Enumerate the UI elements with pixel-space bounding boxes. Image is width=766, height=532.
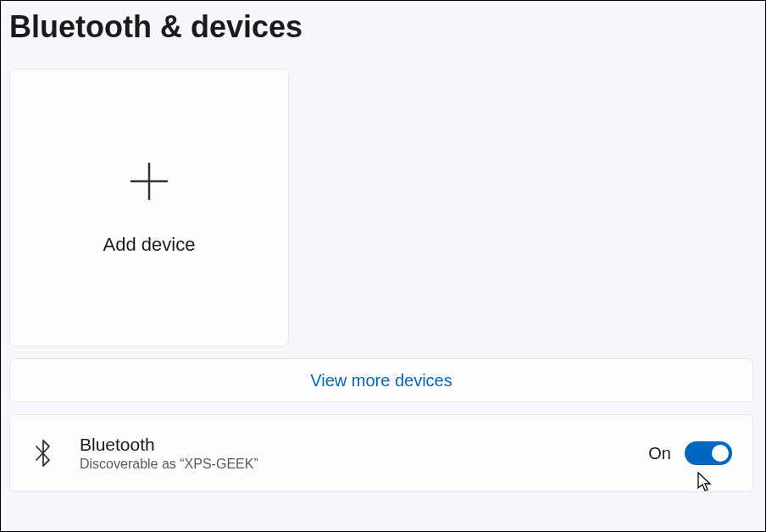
bluetooth-text: Bluetooth Discoverable as “XPS-GEEK” [80,435,258,472]
bluetooth-toggle-group: On [648,441,732,465]
bluetooth-row: Bluetooth Discoverable as “XPS-GEEK” On [9,414,753,492]
bluetooth-icon [31,435,56,472]
cursor-icon [697,471,713,496]
add-device-card[interactable]: Add device [9,69,289,346]
bluetooth-title: Bluetooth [80,435,258,455]
page-title: Bluetooth & devices [9,9,757,45]
add-device-label: Add device [103,234,196,256]
view-more-devices-label: View more devices [310,371,452,391]
bluetooth-state-label: On [648,444,671,463]
bluetooth-devices-page: Bluetooth & devices Add device View more… [1,1,765,501]
toggle-knob [712,445,729,462]
bluetooth-toggle[interactable] [685,441,732,465]
view-more-devices-button[interactable]: View more devices [9,358,753,402]
plus-icon [128,160,170,210]
bluetooth-subtitle: Discoverable as “XPS-GEEK” [80,457,258,472]
